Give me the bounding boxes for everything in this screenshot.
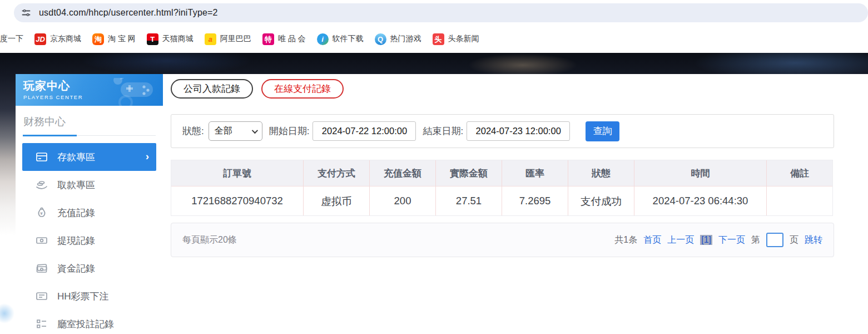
chevron-right-icon: › [146,150,149,163]
status-select[interactable]: 全部 [209,121,262,141]
section-divider [23,135,156,136]
status-label: 狀態: [182,125,204,137]
wallet-icon [35,262,48,275]
sidebar-item-withdrawal-record[interactable]: 提現記錄 [22,227,156,254]
sidebar-item-withdraw[interactable]: 取款專區 [22,171,156,199]
taobao-icon: 淘 [92,33,104,45]
bookmark-label: 度一下 [0,34,23,44]
end-date-label: 結束日期: [423,125,463,137]
sidebar-item-label: 提現記錄 [57,234,95,247]
jump-prefix-text: 第 [751,234,760,246]
record-tabs: 公司入款記錄 在線支付記錄 [171,79,344,99]
cell-actual-amount: 27.51 [436,186,502,215]
bookmark-label: 头条新闻 [448,34,479,44]
col-payment-method: 支付方式 [304,160,370,186]
list-icon [35,289,48,303]
table-header-row: 訂單號 支付方式 充值金額 實際金額 匯率 狀態 時間 備註 [171,160,832,186]
bookmark-label: 阿里巴巴 [220,34,251,44]
sidebar-item-label: 充值記錄 [57,207,95,219]
table-row: 1721688270940732 虚拟币 200 27.51 7.2695 支付… [171,186,832,215]
col-actual-amount: 實際金額 [436,160,502,186]
bookmark-hot-games[interactable]: Q 热门游戏 [375,33,421,45]
sidebar-item-hall-bet-record[interactable]: 廳室投註記錄 [22,310,156,334]
bookmark-label: 软件下载 [333,34,364,44]
pagination-controls: 共1条 首页 上一页 [1] 下一页 第 页 跳转 [614,233,822,247]
page-size-text: 每頁顯示20條 [182,234,614,246]
main-panel: 公司入款記錄 在線支付記錄 狀態: 全部 開始日期: 結束日期: 查詢 訂單號 … [171,74,868,334]
sidebar-item-recharge-record[interactable]: ¥ 充值記錄 [22,199,156,227]
bookmark-jd[interactable]: JD 京东商城 [34,33,81,45]
hot-games-icon: Q [375,33,386,45]
vip-icon: 特 [262,33,274,45]
alibaba-icon: a [205,33,216,45]
sidebar-item-deposit[interactable]: 存款專區 › [22,143,156,171]
bank-card-icon [35,150,48,164]
tab-online-payment-record[interactable]: 在線支付記錄 [261,79,344,99]
hand-coins-icon [35,178,48,191]
sidebar-item-label: 資金記錄 [57,262,95,275]
current-page-indicator[interactable]: [1] [700,235,712,245]
end-date-input[interactable] [467,121,570,141]
address-bar[interactable]: usdt04.com/hhcp/usercenter.html?iniType=… [14,3,868,22]
cell-status: 支付成功 [568,186,634,215]
url-text: usdt04.com/hhcp/usercenter.html?iniType=… [39,8,218,18]
sidebar-item-funds-record[interactable]: 資金記錄 [22,254,156,282]
software-download-icon: i [317,33,329,45]
checklist-icon [35,317,48,331]
status-select-value: 全部 [215,125,232,137]
col-exchange-rate: 匯率 [502,160,568,186]
start-date-label: 開始日期: [269,125,310,137]
section-divider-accent [23,135,77,136]
cell-time: 2024-07-23 06:44:30 [634,186,767,215]
sidebar: 玩家中心 PLAYERS CENTER 财務中心 [16,74,163,334]
bookmark-vip[interactable]: 特 唯 品 会 [262,33,306,45]
col-status: 狀態 [568,160,634,186]
sidebar-item-label: 取款專區 [57,179,95,191]
jump-suffix-text: 页 [790,234,798,246]
screen: usdt04.com/hhcp/usercenter.html?iniType=… [0,0,868,334]
bookmark-toutiao[interactable]: 头 头条新闻 [433,33,479,45]
col-order-number: 訂單號 [171,160,304,186]
bookmark-label: 淘 宝 网 [108,34,136,44]
browser-toolbar: usdt04.com/hhcp/usercenter.html?iniType=… [0,0,868,25]
search-button[interactable]: 查詢 [586,121,619,141]
pagination-bar: 每頁顯示20條 共1条 首页 上一页 [1] 下一页 第 页 跳转 [171,223,834,257]
filter-bar: 狀態: 全部 開始日期: 結束日期: 查詢 [171,114,834,148]
bookmark-tmall[interactable]: T 天猫商城 [147,33,194,45]
bookmark-alibaba[interactable]: a 阿里巴巴 [205,33,251,45]
prev-page-link[interactable]: 上一页 [667,234,694,246]
bookmark-label: 热门游戏 [390,34,421,44]
tab-company-deposit-record[interactable]: 公司入款記錄 [171,79,253,99]
sidebar-item-label: HH彩票下注 [57,290,109,303]
bookmark-baidu[interactable]: 度一下 [0,34,23,44]
bookmarks-bar: 度一下 JD 京东商城 淘 淘 宝 网 T 天猫商城 a 阿里巴巴 特 唯 品 … [0,25,868,53]
sidebar-item-lottery-bets[interactable]: HH彩票下注 [22,282,156,310]
jump-button[interactable]: 跳转 [805,234,822,246]
bookmark-label: 唯 品 会 [278,34,306,44]
start-date-input[interactable] [313,121,416,141]
col-time: 時間 [634,160,767,186]
banknote-icon [35,234,48,247]
first-page-link[interactable]: 首页 [643,234,661,246]
tune-icon [21,7,32,18]
cell-exchange-rate: 7.2695 [502,186,568,215]
cell-recharge-amount: 200 [370,186,436,215]
tmall-icon: T [147,33,158,45]
next-page-link[interactable]: 下一页 [718,234,745,246]
bookmark-label: 京东商城 [50,34,81,44]
svg-text:¥: ¥ [40,211,43,216]
bookmark-taobao[interactable]: 淘 淘 宝 网 [92,33,136,45]
chevron-down-icon [251,127,257,133]
page-jump-input[interactable] [766,233,783,247]
col-remark: 備註 [767,160,832,186]
col-recharge-amount: 充值金額 [370,160,436,186]
cell-payment-method: 虚拟币 [304,186,370,215]
cell-order-number: 1721688270940732 [171,186,304,215]
bookmark-software-download[interactable]: i 软件下载 [317,33,364,45]
bookmark-label: 天猫商城 [162,34,194,44]
sidebar-item-label: 存款專區 [57,151,95,164]
content-wrapper: 玩家中心 PLAYERS CENTER 财務中心 [16,74,868,334]
toutiao-icon: 头 [433,33,444,45]
payment-records-table: 訂單號 支付方式 充值金額 實際金額 匯率 狀態 時間 備註 172168827… [171,160,833,216]
sidebar-menu: 存款專區 › 取款專區 ¥ 充值記錄 [16,143,163,334]
